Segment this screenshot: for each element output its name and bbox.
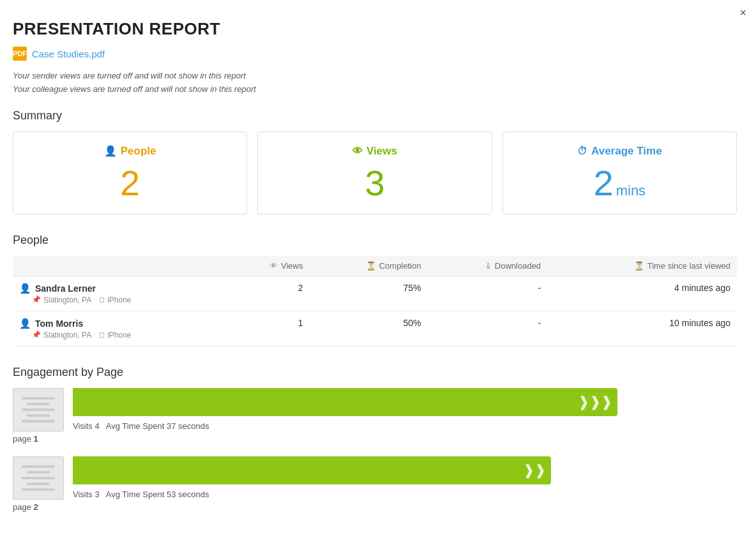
col-header-completion: ⏳ Completion bbox=[309, 256, 427, 276]
col-header-downloaded: ⇓ Downloaded bbox=[427, 256, 547, 276]
summary-title: Summary bbox=[13, 109, 737, 123]
views-card-label: 👁 Views bbox=[271, 145, 478, 158]
col-header-views: 👁 Views bbox=[229, 256, 310, 276]
clock-icon: ⏱ bbox=[577, 146, 587, 157]
person-info-0: 👤 Sandra Lerner 📌 Slatington, PA ◻ iPhon… bbox=[19, 283, 223, 304]
person-cell-1: 👤 Tom Morris 📌 Slatington, PA ◻ iPhone bbox=[13, 311, 229, 346]
avg-time-card-label: ⏱ Average Time bbox=[516, 145, 723, 158]
avg-time-card-value: 2 bbox=[594, 165, 614, 201]
page-bar-container-1: ❱❱ Visits 3 Avg Time Spent 53 seconds bbox=[13, 456, 737, 500]
person-time-since-0: 4 minutes ago bbox=[547, 276, 737, 311]
device-icon-0: ◻ bbox=[99, 296, 105, 304]
file-name: Case Studies.pdf bbox=[32, 49, 105, 59]
avg-time-card-value-row: 2 mins bbox=[516, 165, 723, 201]
bar-fill-0: ❱❱❱ bbox=[73, 388, 617, 416]
bar-arrows-0: ❱❱❱ bbox=[578, 394, 612, 410]
col-header-time-since: ⏳ Time since last viewed bbox=[547, 256, 737, 276]
engagement-section: Engagement by Page ❱❱❱ Vi bbox=[13, 366, 737, 512]
person-completion-0: 75% bbox=[309, 276, 427, 311]
bar-arrows-1: ❱❱ bbox=[523, 462, 546, 479]
thumb-line bbox=[22, 465, 56, 468]
views-card-value: 3 bbox=[271, 165, 478, 201]
bar-arrow-chevrons-1: ❱❱ bbox=[523, 462, 546, 479]
people-icon: 👤 bbox=[104, 145, 117, 157]
summary-card-people: 👤 People 2 bbox=[13, 131, 247, 214]
person-avatar-icon-0: 👤 bbox=[19, 283, 31, 294]
engagement-bar-0: ❱❱❱ bbox=[73, 388, 737, 416]
people-card-value: 2 bbox=[26, 165, 234, 201]
thumb-line bbox=[22, 477, 56, 479]
bar-and-meta-0: ❱❱❱ Visits 4 Avg Time Spent 37 seconds bbox=[73, 388, 737, 431]
col-header-name bbox=[13, 256, 229, 276]
bar-fill-1: ❱❱ bbox=[73, 456, 551, 484]
person-views-1: 1 bbox=[229, 311, 310, 346]
person-info-1: 👤 Tom Morris 📌 Slatington, PA ◻ iPhone bbox=[19, 318, 223, 340]
thumb-line bbox=[22, 408, 56, 411]
location-pin-icon-1: 📌 bbox=[32, 331, 41, 339]
pdf-icon: PDF bbox=[13, 47, 27, 61]
person-avatar-icon-1: 👤 bbox=[19, 318, 31, 329]
engagement-bar-1: ❱❱ bbox=[73, 456, 737, 484]
person-views-0: 2 bbox=[229, 276, 310, 311]
file-link[interactable]: PDF Case Studies.pdf bbox=[13, 47, 737, 61]
thumb-line bbox=[22, 397, 56, 400]
bar-meta-1: Visits 3 Avg Time Spent 53 seconds bbox=[73, 490, 737, 499]
download-col-icon: ⇓ bbox=[485, 261, 492, 271]
table-header-row: 👁 Views ⏳ Completion ⇓ Downloaded bbox=[13, 256, 737, 276]
location-pin-icon-0: 📌 bbox=[32, 296, 41, 304]
person-meta-0: 📌 Slatington, PA ◻ iPhone bbox=[32, 296, 223, 304]
people-section: People 👁 Views ⏳ Completion bbox=[13, 234, 737, 347]
summary-cards: 👤 People 2 👁 Views 3 ⏱ Average Time 2 mi… bbox=[13, 131, 737, 214]
thumb-line-short bbox=[27, 483, 50, 485]
thumb-line bbox=[22, 420, 56, 423]
summary-card-avg-time: ⏱ Average Time 2 mins bbox=[503, 131, 737, 214]
thumb-line-short bbox=[27, 403, 50, 405]
device-icon-1: ◻ bbox=[99, 331, 105, 339]
person-name-0: 👤 Sandra Lerner bbox=[19, 283, 223, 294]
engagement-title: Engagement by Page bbox=[13, 366, 737, 379]
person-cell-0: 👤 Sandra Lerner 📌 Slatington, PA ◻ iPhon… bbox=[13, 276, 229, 311]
people-table: 👁 Views ⏳ Completion ⇓ Downloaded bbox=[13, 256, 737, 347]
page-label-1: page 2 bbox=[13, 502, 737, 512]
people-card-label: 👤 People bbox=[26, 145, 234, 158]
views-icon: 👁 bbox=[352, 146, 363, 157]
table-row: 👤 Tom Morris 📌 Slatington, PA ◻ iPhone 1… bbox=[13, 311, 737, 346]
people-section-title: People bbox=[13, 234, 737, 247]
person-meta-1: 📌 Slatington, PA ◻ iPhone bbox=[32, 331, 223, 340]
person-downloaded-1: - bbox=[427, 311, 547, 346]
thumb-line bbox=[22, 488, 56, 491]
completion-col-icon: ⏳ bbox=[366, 261, 376, 271]
person-name-1: 👤 Tom Morris bbox=[19, 318, 223, 329]
close-button[interactable]: × bbox=[739, 6, 746, 20]
page-title: PRESENTATION REPORT bbox=[13, 19, 737, 39]
summary-card-views: 👁 Views 3 bbox=[257, 131, 492, 214]
views-col-icon: 👁 bbox=[269, 261, 278, 271]
person-completion-1: 50% bbox=[309, 311, 427, 346]
bar-meta-0: Visits 4 Avg Time Spent 37 seconds bbox=[73, 421, 737, 431]
time-col-icon: ⏳ bbox=[634, 261, 644, 271]
page-thumb-1 bbox=[13, 456, 64, 500]
table-row: 👤 Sandra Lerner 📌 Slatington, PA ◻ iPhon… bbox=[13, 276, 737, 311]
thumb-line-short bbox=[27, 471, 50, 474]
notice-text: Your sender views are turned off and wil… bbox=[13, 70, 737, 96]
page-label-0: page 1 bbox=[13, 434, 737, 444]
avg-time-suffix: mins bbox=[616, 183, 646, 199]
person-downloaded-0: - bbox=[427, 276, 547, 311]
page-engagement-item-1: ❱❱ Visits 3 Avg Time Spent 53 seconds pa… bbox=[13, 456, 737, 512]
thumb-line-short bbox=[27, 414, 50, 417]
person-time-since-1: 10 minutes ago bbox=[547, 311, 737, 346]
bar-arrow-chevrons-0: ❱❱❱ bbox=[578, 394, 612, 410]
page-bar-container-0: ❱❱❱ Visits 4 Avg Time Spent 37 seconds bbox=[13, 388, 737, 431]
bar-and-meta-1: ❱❱ Visits 3 Avg Time Spent 53 seconds bbox=[73, 456, 737, 499]
page-engagement-item-0: ❱❱❱ Visits 4 Avg Time Spent 37 seconds p… bbox=[13, 388, 737, 444]
page-thumb-0 bbox=[13, 388, 64, 431]
modal-container: × PRESENTATION REPORT PDF Case Studies.p… bbox=[0, 0, 756, 547]
